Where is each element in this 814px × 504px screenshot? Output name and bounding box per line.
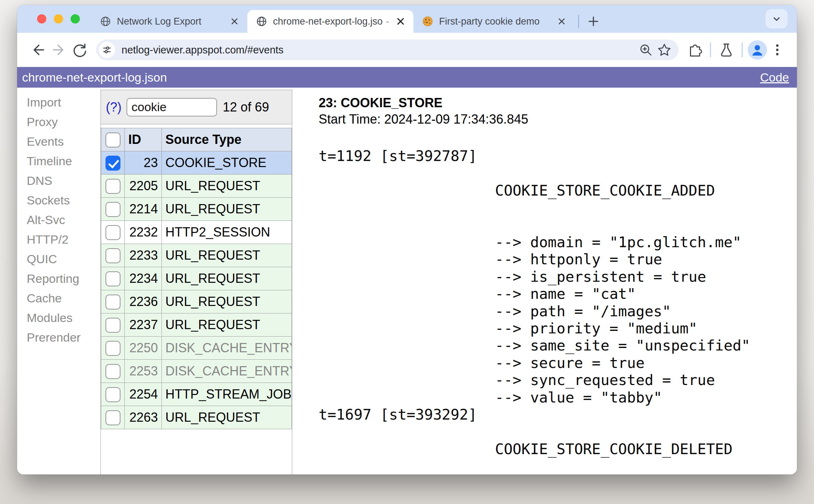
filter-help-link[interactable]: (?)	[106, 100, 122, 115]
log-param: --> domain = "1pc.glitch.me"	[495, 234, 750, 251]
tabs: Network Log Export chrome-net-export-log…	[91, 5, 603, 33]
row-id: 2233	[125, 244, 162, 267]
window-close-button[interactable]	[37, 14, 46, 24]
netlog-header: chrome-net-export-log.json Code	[17, 67, 797, 88]
row-checkbox[interactable]	[105, 225, 120, 240]
sidebar-item[interactable]: Sockets	[27, 191, 101, 210]
row-checkbox-cell[interactable]	[101, 290, 125, 313]
sidebar-item[interactable]: Modules	[27, 308, 101, 328]
sidebar-item[interactable]: Proxy	[27, 112, 101, 132]
row-checkbox[interactable]	[105, 202, 120, 217]
tab-close-icon[interactable]	[229, 16, 240, 27]
row-checkbox-cell[interactable]	[101, 151, 125, 175]
back-button[interactable]	[28, 40, 48, 60]
labs-flask-icon[interactable]	[716, 40, 737, 60]
window-zoom-button[interactable]	[71, 14, 80, 24]
table-row[interactable]: 2254 HTTP_STREAM_JOB	[101, 383, 292, 406]
window-minimize-button[interactable]	[54, 14, 63, 24]
profile-avatar[interactable]	[748, 40, 767, 59]
table-row[interactable]: 2214 URL_REQUEST	[101, 198, 292, 221]
row-checkbox-cell[interactable]	[101, 313, 125, 337]
table-row[interactable]: 2263 URL_REQUEST	[101, 406, 292, 429]
tab-separator	[578, 15, 579, 28]
row-checkbox[interactable]	[105, 410, 120, 425]
table-row[interactable]: 2236 URL_REQUEST	[101, 290, 292, 313]
menu-kebab-icon[interactable]	[767, 40, 788, 60]
table-row[interactable]: 2233 URL_REQUEST	[101, 244, 292, 267]
row-id: 2214	[125, 198, 162, 221]
row-checkbox[interactable]	[105, 387, 120, 402]
select-all-checkbox[interactable]	[105, 133, 120, 147]
tab-close-icon[interactable]	[395, 16, 406, 27]
row-checkbox[interactable]	[105, 179, 120, 194]
log-event-name: COOKIE_STORE_COOKIE_ADDED	[495, 182, 750, 199]
row-source-type: URL_REQUEST	[162, 244, 292, 267]
code-link[interactable]: Code	[760, 71, 789, 84]
tab-network-log-export[interactable]: Network Log Export	[91, 10, 247, 33]
tab-cookie-demo[interactable]: First-party cookie demo	[413, 10, 575, 33]
log-event-name: COOKIE_STORE_COOKIE_DELETED	[495, 441, 777, 458]
filter-input[interactable]	[127, 98, 217, 116]
toolbar-separator	[710, 42, 711, 57]
globe-icon	[100, 16, 111, 27]
sidebar-item[interactable]: QUIC	[27, 249, 101, 269]
zoom-icon[interactable]	[637, 41, 655, 59]
row-checkbox-cell[interactable]	[101, 406, 125, 429]
address-bar[interactable]: netlog-viewer.appspot.com/#events	[96, 40, 679, 60]
table-row[interactable]: 23 COOKIE_STORE	[101, 151, 292, 175]
netlog-content: ImportProxyEventsTimelineDNSSocketsAlt-S…	[17, 88, 797, 474]
row-checkbox-cell[interactable]	[101, 198, 125, 221]
row-checkbox[interactable]	[105, 271, 120, 286]
forward-button[interactable]	[48, 40, 69, 60]
table-row[interactable]: 2205 URL_REQUEST	[101, 175, 292, 198]
row-checkbox[interactable]	[105, 364, 120, 379]
table-row[interactable]: 2237 URL_REQUEST	[101, 313, 292, 337]
browser-toolbar: netlog-viewer.appspot.com/#events	[17, 33, 797, 67]
row-source-type: URL_REQUEST	[162, 267, 292, 290]
table-row[interactable]: 2253 DISK_CACHE_ENTRY	[101, 360, 292, 383]
row-checkbox-cell[interactable]	[101, 244, 125, 267]
browser-window: Network Log Export chrome-net-export-log…	[17, 5, 797, 474]
row-checkbox-cell[interactable]	[101, 337, 125, 360]
row-checkbox-cell[interactable]	[101, 383, 125, 406]
row-checkbox[interactable]	[105, 295, 120, 310]
select-all-cell[interactable]	[101, 128, 125, 151]
row-source-type: URL_REQUEST	[162, 290, 292, 313]
row-checkbox[interactable]	[105, 248, 120, 263]
row-source-type: DISK_CACHE_ENTRY	[162, 337, 292, 360]
table-row[interactable]: 2250 DISK_CACHE_ENTRY	[101, 337, 292, 360]
sidebar-item[interactable]: Timeline	[27, 151, 101, 171]
row-checkbox[interactable]	[105, 318, 120, 333]
sidebar-item[interactable]: DNS	[27, 171, 101, 191]
new-tab-button[interactable]	[584, 12, 603, 31]
site-settings-icon[interactable]	[99, 42, 115, 58]
row-checkbox[interactable]	[105, 341, 120, 356]
tab-title-suffix: -	[386, 16, 389, 27]
bookmark-star-icon[interactable]	[655, 41, 674, 59]
tab-netlog-json[interactable]: chrome-net-export-log.json -	[247, 10, 413, 33]
row-checkbox-cell[interactable]	[101, 221, 125, 244]
row-source-type: HTTP_STREAM_JOB	[162, 383, 292, 406]
sidebar-item[interactable]: Prerender	[27, 328, 101, 347]
sidebar-item[interactable]: Import	[27, 93, 101, 112]
sidebar-item[interactable]: HTTP/2	[27, 230, 101, 249]
sidebar-item[interactable]: Cache	[27, 289, 101, 308]
sidebar-item[interactable]: Reporting	[27, 269, 101, 289]
row-id: 2253	[125, 360, 162, 383]
row-checkbox-cell[interactable]	[101, 267, 125, 290]
table-row[interactable]: 2232 HTTP2_SESSION	[101, 221, 292, 244]
url-text[interactable]: netlog-viewer.appspot.com/#events	[122, 44, 637, 56]
row-source-type: URL_REQUEST	[162, 198, 292, 221]
tab-search-button[interactable]	[766, 9, 788, 28]
row-checkbox[interactable]	[105, 156, 120, 171]
sidebar-item[interactable]: Events	[27, 132, 101, 151]
reload-button[interactable]	[69, 40, 90, 60]
table-row[interactable]: 2234 URL_REQUEST	[101, 267, 292, 290]
row-checkbox-cell[interactable]	[101, 360, 125, 383]
log-event-body: COOKIE_STORE_COOKIE_DELETED --> deletion…	[495, 406, 777, 474]
row-checkbox-cell[interactable]	[101, 175, 125, 198]
sidebar-item[interactable]: Alt-Svc	[27, 210, 101, 230]
tab-close-icon[interactable]	[556, 16, 567, 27]
row-id: 2205	[125, 175, 162, 198]
extensions-icon[interactable]	[684, 40, 705, 60]
